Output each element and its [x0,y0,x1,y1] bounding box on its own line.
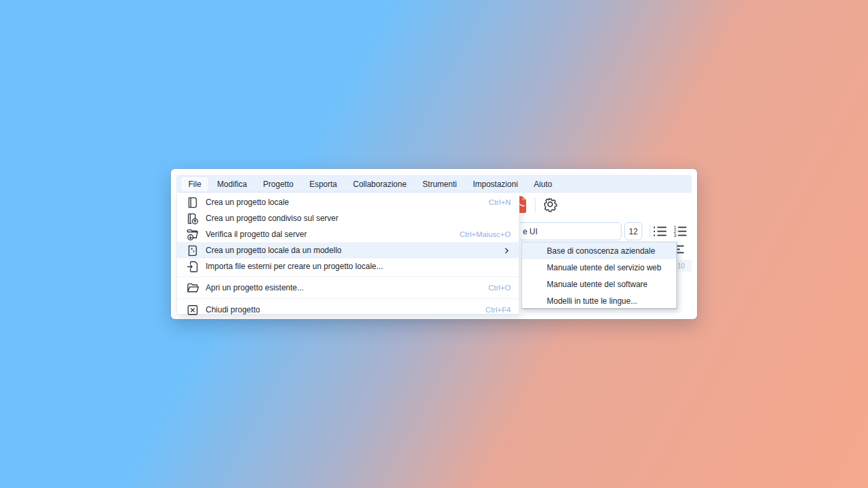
settings-gear-icon[interactable] [542,196,558,212]
menu-item-label: Crea un progetto locale [206,198,289,207]
app-window: 1 2 3 10 File Modifica Progetto Esporta … [171,169,697,319]
menu-item-shortcut: Ctrl+Maiusc+O [446,230,511,238]
menu-separator [177,276,519,277]
numbered-list-icon[interactable]: 1 2 3 [673,225,687,238]
close-square-icon [186,303,199,316]
menu-item-crea-progetto-locale[interactable]: Crea un progetto locale Ctrl+N [177,194,519,210]
open-folder-icon [186,281,199,294]
menu-item-verifica-progetto[interactable]: Verifica il progetto dal server Ctrl+Mai… [177,226,519,242]
menu-item-shortcut: Ctrl+N [475,198,511,206]
submenu-item-base-conoscenza[interactable]: Base di conoscenza aziendale [522,242,676,259]
menu-item-label: Verifica il progetto dal server [206,230,306,239]
book-icon [186,196,199,209]
menu-item-label: Importa file esterni per creare un proge… [206,262,383,271]
menu-modifica[interactable]: Modifica [209,176,255,192]
menu-item-crea-progetto-condiviso[interactable]: Crea un progetto condiviso sul server [177,210,519,226]
font-family-input[interactable] [516,222,622,240]
svg-text:3: 3 [674,233,676,238]
bullet-list-icon[interactable] [653,225,667,238]
menu-item-label: Chiudi progetto [206,305,260,314]
menu-item-apri-progetto[interactable]: Apri un progetto esistente... Ctrl+O [177,279,519,296]
menu-file[interactable]: File [180,176,209,192]
menu-impostazioni[interactable]: Impostazioni [465,176,525,192]
menu-collaborazione[interactable]: Collaborazione [345,176,415,192]
menu-item-shortcut: Ctrl+O [475,284,511,292]
font-size-input[interactable] [624,222,642,240]
submenu-chevron-icon [502,246,511,255]
book-template-icon [186,244,199,257]
import-file-icon [186,260,199,273]
submenu-item-manuale-servizio-web[interactable]: Manuale utente del servizio web [522,259,676,276]
menu-progetto[interactable]: Progetto [255,176,301,192]
submenu-item-modelli-lingue[interactable]: Modelli in tutte le lingue... [522,292,676,309]
menu-item-label: Crea un progetto condiviso sul server [206,214,339,223]
toolbar-divider [535,198,535,212]
menu-item-crea-da-modello[interactable]: Crea un progetto locale da un modello [177,242,519,258]
menu-item-shortcut: Ctrl+F4 [472,306,511,314]
menu-strumenti[interactable]: Strumenti [415,176,465,192]
toolbar-divider [650,225,650,238]
template-submenu: Base di conoscenza aziendale Manuale ute… [521,242,677,309]
desktop-background: 1 2 3 10 File Modifica Progetto Esporta … [0,0,868,488]
folder-cloud-download-icon [186,228,199,241]
menu-item-label: Apri un progetto esistente... [206,283,304,292]
menu-aiuto[interactable]: Aiuto [526,176,560,192]
book-cloud-upload-icon [186,212,199,225]
menu-item-chiudi-progetto[interactable]: Chiudi progetto Ctrl+F4 [177,301,519,318]
submenu-item-manuale-software[interactable]: Manuale utente del software [522,276,676,292]
menubar: File Modifica Progetto Esporta Collabora… [176,175,692,193]
file-menu-dropdown: Crea un progetto locale Ctrl+N Crea un p… [176,193,519,314]
menu-esporta[interactable]: Esporta [301,176,345,192]
menu-item-importa-file-esterni[interactable]: Importa file esterni per creare un proge… [177,258,519,274]
menu-item-label: Crea un progetto locale da un modello [206,246,341,255]
menu-separator [177,298,519,299]
